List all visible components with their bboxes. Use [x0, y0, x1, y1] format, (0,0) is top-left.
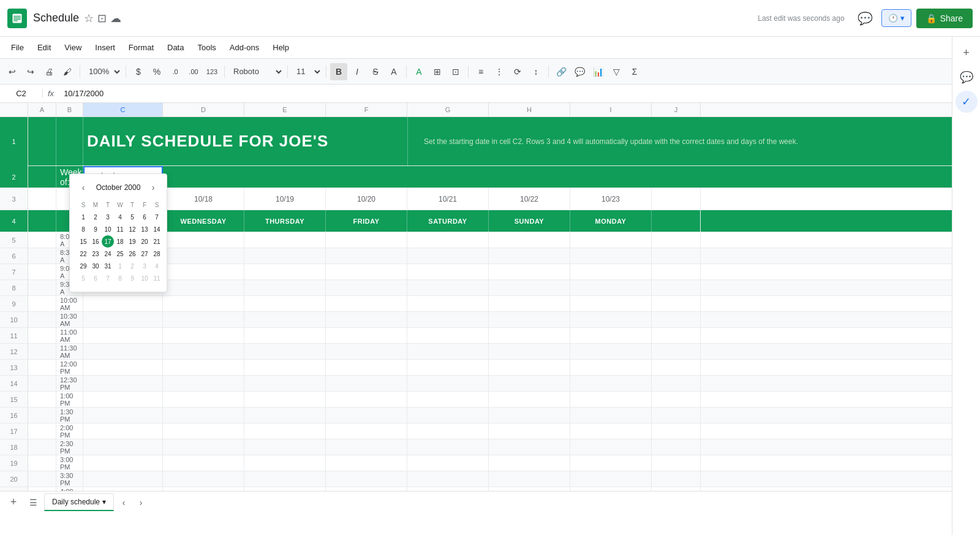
cell-e14[interactable]	[244, 376, 326, 391]
cell-i11[interactable]	[570, 328, 652, 343]
cell-a16[interactable]	[28, 408, 56, 423]
cell-c14[interactable]	[83, 376, 163, 391]
cell-g16[interactable]	[407, 408, 489, 423]
calendar-day-cell[interactable]: 9	[89, 223, 102, 235]
cell-c18[interactable]	[83, 439, 163, 455]
cloud-icon[interactable]: ☁	[110, 12, 121, 25]
calendar-day-cell[interactable]: 5	[126, 211, 138, 223]
decimal-dec-button[interactable]: .0	[167, 63, 184, 80]
cell-j18[interactable]	[652, 439, 701, 455]
cell-b10[interactable]: 10:30 AM	[56, 312, 83, 327]
cell-h19[interactable]	[489, 455, 570, 471]
cell-c10[interactable]	[83, 312, 163, 327]
text-color-button[interactable]: A	[385, 63, 402, 80]
redo-button[interactable]: ↪	[22, 63, 39, 80]
cell-e11[interactable]	[244, 328, 326, 343]
cell-j5[interactable]	[652, 232, 701, 248]
cell-e12[interactable]	[244, 344, 326, 359]
calendar-day-cell[interactable]: 2	[89, 211, 102, 223]
add-sheet-button[interactable]: +	[5, 494, 22, 511]
col-header-c[interactable]: C	[83, 103, 163, 116]
cell-e19[interactable]	[244, 455, 326, 471]
cell-d20[interactable]	[163, 471, 244, 487]
calendar-day-cell[interactable]: 26	[126, 248, 138, 260]
function-button[interactable]: Σ	[626, 63, 643, 80]
calendar-day-cell[interactable]: 1	[114, 260, 126, 272]
cell-g8[interactable]	[407, 280, 489, 295]
cell-i3[interactable]: 10/23	[570, 188, 652, 210]
cell-g20[interactable]	[407, 471, 489, 487]
cell-j13[interactable]	[652, 360, 701, 375]
calendar-day-cell[interactable]: 22	[77, 248, 89, 260]
calendar-day-cell[interactable]: 6	[138, 211, 151, 223]
cell-f11[interactable]	[326, 328, 407, 343]
calendar-day-cell[interactable]: 11	[114, 223, 126, 235]
format-num-button[interactable]: 123	[203, 63, 221, 80]
col-header-b[interactable]: B	[56, 103, 83, 116]
sheet-scroll-right[interactable]: ›	[134, 495, 148, 510]
cell-a4[interactable]	[28, 210, 56, 232]
highlight-color-button[interactable]: A	[410, 63, 428, 80]
calendar-day-cell[interactable]: 1	[77, 211, 89, 223]
cell-h20[interactable]	[489, 471, 570, 487]
cell-i7[interactable]	[570, 264, 652, 279]
cell-g7[interactable]	[407, 264, 489, 279]
cell-i5[interactable]	[570, 232, 652, 248]
comment-button[interactable]: 💬	[571, 63, 588, 80]
cell-i4[interactable]: MONDAY	[570, 210, 652, 232]
valign-button[interactable]: ⋮	[491, 63, 508, 80]
cell-g6[interactable]	[407, 248, 489, 264]
calendar-day-cell[interactable]: 2	[126, 260, 138, 272]
rotate-button[interactable]: ↕	[527, 63, 545, 80]
cell-e9[interactable]	[244, 296, 326, 311]
currency-button[interactable]: $	[130, 63, 147, 80]
cell-g18[interactable]	[407, 439, 489, 455]
cell-h12[interactable]	[489, 344, 570, 359]
calendar-day-cell[interactable]: 8	[77, 223, 89, 235]
cell-e6[interactable]	[244, 248, 326, 264]
calendar-day-cell[interactable]: 7	[102, 272, 114, 284]
cell-i13[interactable]	[570, 360, 652, 375]
cell-d17[interactable]	[163, 423, 244, 439]
cell-g3[interactable]: 10/21	[407, 188, 489, 210]
calendar-day-cell[interactable]: 19	[126, 235, 138, 248]
cell-a2[interactable]	[28, 166, 56, 188]
cell-a14[interactable]	[28, 376, 56, 391]
cell-e20[interactable]	[244, 471, 326, 487]
cell-a17[interactable]	[28, 423, 56, 439]
calendar-day-cell[interactable]: 27	[138, 248, 151, 260]
right-panel-chat-button[interactable]: 💬	[956, 66, 978, 88]
cell-e16[interactable]	[244, 408, 326, 423]
cell-h14[interactable]	[489, 376, 570, 391]
cell-j7[interactable]	[652, 264, 701, 279]
calendar-day-cell[interactable]: 6	[89, 272, 102, 284]
cell-i10[interactable]	[570, 312, 652, 327]
undo-button[interactable]: ↩	[4, 63, 21, 80]
cell-j9[interactable]	[652, 296, 701, 311]
cell-b12[interactable]: 11:30 AM	[56, 344, 83, 359]
cell-a5[interactable]	[28, 232, 56, 248]
cell-d18[interactable]	[163, 439, 244, 455]
calendar-day-cell[interactable]: 3	[138, 260, 151, 272]
cell-f7[interactable]	[326, 264, 407, 279]
calendar-day-cell[interactable]: 5	[77, 272, 89, 284]
cell-g5[interactable]	[407, 232, 489, 248]
cell-f20[interactable]	[326, 471, 407, 487]
cell-j10[interactable]	[652, 312, 701, 327]
cell-h15[interactable]	[489, 392, 570, 407]
chart-button[interactable]: 📊	[589, 63, 606, 80]
cell-i19[interactable]	[570, 455, 652, 471]
calendar-prev-button[interactable]: ‹	[77, 181, 89, 194]
paint-format-button[interactable]: 🖌	[59, 63, 76, 80]
cell-i14[interactable]	[570, 376, 652, 391]
cell-f4[interactable]: FRIDAY	[326, 210, 407, 232]
merge-button[interactable]: ⊡	[447, 63, 464, 80]
cell-j3[interactable]	[652, 188, 701, 210]
cell-c20[interactable]	[83, 471, 163, 487]
cell-f15[interactable]	[326, 392, 407, 407]
cell-d19[interactable]	[163, 455, 244, 471]
calendar-next-button[interactable]: ›	[147, 181, 159, 194]
sheets-menu-button[interactable]: ☰	[24, 494, 42, 511]
zoom-select[interactable]: 100%	[84, 63, 122, 80]
cell-e7[interactable]	[244, 264, 326, 279]
